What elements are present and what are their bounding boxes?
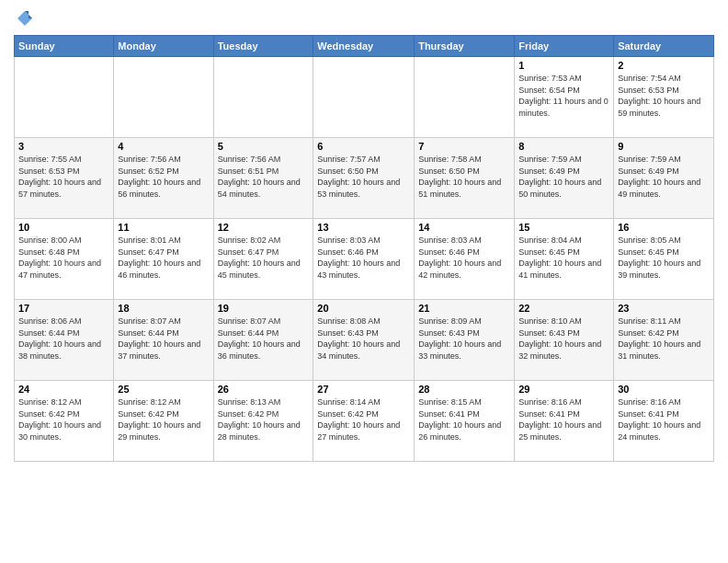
day-number: 29 [518, 384, 609, 395]
day-info: Sunrise: 7:56 AM Sunset: 6:52 PM Dayligh… [118, 154, 209, 200]
day-number: 6 [317, 141, 410, 152]
logo-icon [16, 9, 34, 28]
day-info: Sunrise: 7:59 AM Sunset: 6:49 PM Dayligh… [518, 154, 609, 200]
calendar-cell: 29Sunrise: 8:16 AM Sunset: 6:41 PM Dayli… [515, 381, 614, 462]
logo-text [14, 9, 34, 28]
calendar-week-row: 3Sunrise: 7:55 AM Sunset: 6:53 PM Daylig… [15, 138, 714, 219]
day-number: 18 [118, 303, 209, 314]
calendar-cell [313, 57, 415, 138]
day-info: Sunrise: 8:12 AM Sunset: 6:42 PM Dayligh… [18, 396, 109, 442]
day-info: Sunrise: 8:01 AM Sunset: 6:47 PM Dayligh… [118, 235, 209, 281]
day-info: Sunrise: 8:04 AM Sunset: 6:45 PM Dayligh… [518, 235, 609, 281]
day-number: 19 [218, 303, 310, 314]
calendar-body: 1Sunrise: 7:53 AM Sunset: 6:54 PM Daylig… [15, 57, 714, 462]
day-info: Sunrise: 8:02 AM Sunset: 6:47 PM Dayligh… [218, 235, 310, 281]
calendar-cell: 9Sunrise: 7:59 AM Sunset: 6:49 PM Daylig… [614, 138, 714, 219]
calendar-cell: 6Sunrise: 7:57 AM Sunset: 6:50 PM Daylig… [313, 138, 415, 219]
day-number: 23 [618, 303, 710, 314]
day-number: 24 [18, 384, 109, 395]
calendar-week-row: 24Sunrise: 8:12 AM Sunset: 6:42 PM Dayli… [15, 381, 714, 462]
day-info: Sunrise: 7:59 AM Sunset: 6:49 PM Dayligh… [618, 154, 710, 200]
day-info: Sunrise: 8:06 AM Sunset: 6:44 PM Dayligh… [18, 316, 109, 362]
day-info: Sunrise: 8:03 AM Sunset: 6:46 PM Dayligh… [418, 235, 510, 281]
day-info: Sunrise: 8:14 AM Sunset: 6:42 PM Dayligh… [317, 396, 410, 442]
day-number: 30 [618, 384, 710, 395]
day-number: 15 [518, 222, 609, 233]
calendar-cell: 24Sunrise: 8:12 AM Sunset: 6:42 PM Dayli… [15, 381, 114, 462]
day-number: 17 [18, 303, 109, 314]
day-of-week-header: Monday [114, 36, 213, 57]
calendar-cell: 30Sunrise: 8:16 AM Sunset: 6:41 PM Dayli… [614, 381, 714, 462]
day-info: Sunrise: 8:07 AM Sunset: 6:44 PM Dayligh… [218, 316, 310, 362]
day-number: 1 [518, 60, 609, 71]
day-info: Sunrise: 7:54 AM Sunset: 6:53 PM Dayligh… [618, 73, 710, 119]
calendar-week-row: 1Sunrise: 7:53 AM Sunset: 6:54 PM Daylig… [15, 57, 714, 138]
calendar-cell: 17Sunrise: 8:06 AM Sunset: 6:44 PM Dayli… [15, 300, 114, 381]
day-info: Sunrise: 8:00 AM Sunset: 6:48 PM Dayligh… [18, 235, 109, 281]
day-number: 14 [418, 222, 510, 233]
calendar-cell: 12Sunrise: 8:02 AM Sunset: 6:47 PM Dayli… [213, 219, 313, 300]
calendar-cell: 18Sunrise: 8:07 AM Sunset: 6:44 PM Dayli… [114, 300, 213, 381]
day-number: 16 [618, 222, 710, 233]
calendar-cell: 23Sunrise: 8:11 AM Sunset: 6:42 PM Dayli… [614, 300, 714, 381]
day-number: 3 [18, 141, 109, 152]
day-info: Sunrise: 8:16 AM Sunset: 6:41 PM Dayligh… [518, 396, 609, 442]
day-info: Sunrise: 8:15 AM Sunset: 6:41 PM Dayligh… [418, 396, 510, 442]
day-number: 25 [118, 384, 209, 395]
calendar-cell: 20Sunrise: 8:08 AM Sunset: 6:43 PM Dayli… [313, 300, 415, 381]
day-number: 27 [317, 384, 410, 395]
day-number: 8 [518, 141, 609, 152]
day-number: 9 [618, 141, 710, 152]
day-of-week-header: Friday [515, 36, 614, 57]
day-info: Sunrise: 8:13 AM Sunset: 6:42 PM Dayligh… [218, 396, 310, 442]
day-number: 22 [518, 303, 609, 314]
calendar-cell: 7Sunrise: 7:58 AM Sunset: 6:50 PM Daylig… [415, 138, 515, 219]
day-info: Sunrise: 7:53 AM Sunset: 6:54 PM Dayligh… [518, 73, 609, 119]
calendar-cell: 3Sunrise: 7:55 AM Sunset: 6:53 PM Daylig… [15, 138, 114, 219]
calendar-cell: 19Sunrise: 8:07 AM Sunset: 6:44 PM Dayli… [213, 300, 313, 381]
day-number: 21 [418, 303, 510, 314]
calendar-cell: 2Sunrise: 7:54 AM Sunset: 6:53 PM Daylig… [614, 57, 714, 138]
day-number: 12 [218, 222, 310, 233]
day-number: 11 [118, 222, 209, 233]
calendar-cell: 13Sunrise: 8:03 AM Sunset: 6:46 PM Dayli… [313, 219, 415, 300]
header [14, 9, 714, 28]
day-info: Sunrise: 8:10 AM Sunset: 6:43 PM Dayligh… [518, 316, 609, 362]
calendar-cell: 28Sunrise: 8:15 AM Sunset: 6:41 PM Dayli… [415, 381, 515, 462]
day-info: Sunrise: 8:12 AM Sunset: 6:42 PM Dayligh… [118, 396, 209, 442]
logo [14, 9, 34, 28]
day-number: 5 [218, 141, 310, 152]
day-info: Sunrise: 7:57 AM Sunset: 6:50 PM Dayligh… [317, 154, 410, 200]
calendar-week-row: 17Sunrise: 8:06 AM Sunset: 6:44 PM Dayli… [15, 300, 714, 381]
calendar-cell: 8Sunrise: 7:59 AM Sunset: 6:49 PM Daylig… [515, 138, 614, 219]
calendar-cell [15, 57, 114, 138]
page-container: SundayMondayTuesdayWednesdayThursdayFrid… [0, 0, 728, 471]
day-info: Sunrise: 8:11 AM Sunset: 6:42 PM Dayligh… [618, 316, 710, 362]
day-number: 4 [118, 141, 209, 152]
calendar-cell [415, 57, 515, 138]
calendar-cell: 14Sunrise: 8:03 AM Sunset: 6:46 PM Dayli… [415, 219, 515, 300]
calendar-cell: 21Sunrise: 8:09 AM Sunset: 6:43 PM Dayli… [415, 300, 515, 381]
day-number: 20 [317, 303, 410, 314]
calendar-cell: 11Sunrise: 8:01 AM Sunset: 6:47 PM Dayli… [114, 219, 213, 300]
day-info: Sunrise: 8:16 AM Sunset: 6:41 PM Dayligh… [618, 396, 710, 442]
day-of-week-header: Thursday [415, 36, 515, 57]
calendar-cell: 27Sunrise: 8:14 AM Sunset: 6:42 PM Dayli… [313, 381, 415, 462]
calendar-cell: 26Sunrise: 8:13 AM Sunset: 6:42 PM Dayli… [213, 381, 313, 462]
calendar-cell: 4Sunrise: 7:56 AM Sunset: 6:52 PM Daylig… [114, 138, 213, 219]
day-info: Sunrise: 8:08 AM Sunset: 6:43 PM Dayligh… [317, 316, 410, 362]
calendar-cell: 5Sunrise: 7:56 AM Sunset: 6:51 PM Daylig… [213, 138, 313, 219]
calendar-header: SundayMondayTuesdayWednesdayThursdayFrid… [15, 36, 714, 57]
calendar-cell [213, 57, 313, 138]
day-number: 28 [418, 384, 510, 395]
calendar-cell: 25Sunrise: 8:12 AM Sunset: 6:42 PM Dayli… [114, 381, 213, 462]
day-info: Sunrise: 8:03 AM Sunset: 6:46 PM Dayligh… [317, 235, 410, 281]
day-info: Sunrise: 8:09 AM Sunset: 6:43 PM Dayligh… [418, 316, 510, 362]
calendar-cell: 22Sunrise: 8:10 AM Sunset: 6:43 PM Dayli… [515, 300, 614, 381]
calendar-cell: 10Sunrise: 8:00 AM Sunset: 6:48 PM Dayli… [15, 219, 114, 300]
day-number: 26 [218, 384, 310, 395]
day-info: Sunrise: 7:55 AM Sunset: 6:53 PM Dayligh… [18, 154, 109, 200]
calendar-cell: 15Sunrise: 8:04 AM Sunset: 6:45 PM Dayli… [515, 219, 614, 300]
day-info: Sunrise: 7:58 AM Sunset: 6:50 PM Dayligh… [418, 154, 510, 200]
calendar-cell [114, 57, 213, 138]
